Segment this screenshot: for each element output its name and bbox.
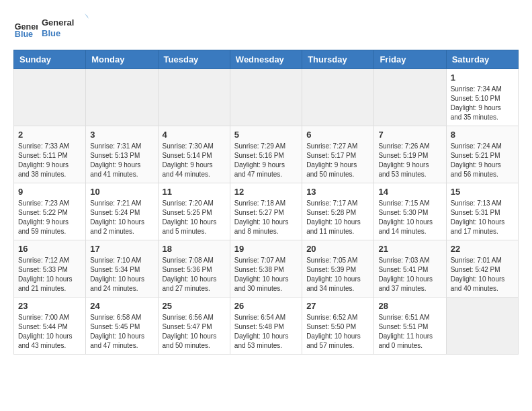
weekday-header-friday: Friday	[374, 50, 446, 69]
calendar-cell: 11Sunrise: 7:20 AMSunset: 5:25 PMDayligh…	[158, 183, 230, 240]
weekday-header-wednesday: Wednesday	[230, 50, 302, 69]
day-number: 12	[234, 187, 298, 197]
calendar-cell	[86, 69, 158, 126]
calendar-cell: 2Sunrise: 7:33 AMSunset: 5:11 PMDaylight…	[14, 126, 86, 183]
day-number: 14	[378, 187, 441, 197]
calendar-cell: 20Sunrise: 7:05 AMSunset: 5:39 PMDayligh…	[302, 240, 374, 298]
day-number: 23	[18, 301, 81, 311]
weekday-header-saturday: Saturday	[446, 50, 518, 69]
day-number: 19	[234, 244, 298, 254]
day-info: Sunrise: 7:10 AMSunset: 5:34 PMDaylight:…	[90, 256, 153, 293]
svg-text:Blue: Blue	[15, 30, 33, 39]
calendar-cell: 24Sunrise: 6:58 AMSunset: 5:45 PMDayligh…	[86, 298, 158, 355]
day-info: Sunrise: 7:12 AMSunset: 5:33 PMDaylight:…	[18, 256, 81, 293]
day-info: Sunrise: 7:07 AMSunset: 5:38 PMDaylight:…	[234, 256, 298, 293]
day-info: Sunrise: 6:56 AMSunset: 5:47 PMDaylight:…	[163, 313, 226, 351]
day-number: 2	[18, 130, 81, 140]
day-info: Sunrise: 7:01 AMSunset: 5:42 PMDaylight:…	[451, 256, 514, 293]
day-info: Sunrise: 7:18 AMSunset: 5:27 PMDaylight:…	[234, 199, 298, 236]
day-number: 18	[163, 244, 226, 254]
day-info: Sunrise: 7:20 AMSunset: 5:25 PMDaylight:…	[163, 199, 226, 236]
day-number: 7	[378, 130, 441, 140]
calendar-cell: 8Sunrise: 7:24 AMSunset: 5:21 PMDaylight…	[446, 126, 518, 183]
day-info: Sunrise: 7:05 AMSunset: 5:39 PMDaylight:…	[306, 256, 369, 293]
calendar-cell: 23Sunrise: 7:00 AMSunset: 5:44 PMDayligh…	[14, 298, 86, 355]
day-number: 26	[234, 301, 298, 311]
calendar-cell: 6Sunrise: 7:27 AMSunset: 5:17 PMDaylight…	[302, 126, 374, 183]
week-row-1: 1Sunrise: 7:34 AMSunset: 5:10 PMDaylight…	[14, 69, 519, 126]
logo-icon: General Blue	[13, 16, 38, 40]
svg-marker-6	[83, 16, 89, 21]
svg-text:Blue: Blue	[42, 28, 60, 38]
calendar-cell	[374, 69, 446, 126]
calendar-cell: 27Sunrise: 6:52 AMSunset: 5:50 PMDayligh…	[302, 298, 374, 355]
logo: General Blue General Blue	[13, 13, 89, 43]
day-number: 22	[451, 244, 514, 254]
calendar-cell: 26Sunrise: 6:54 AMSunset: 5:48 PMDayligh…	[230, 298, 302, 355]
day-info: Sunrise: 7:24 AMSunset: 5:21 PMDaylight:…	[451, 142, 514, 179]
day-number: 13	[306, 187, 369, 197]
day-info: Sunrise: 7:33 AMSunset: 5:11 PMDaylight:…	[18, 142, 81, 179]
calendar-cell	[446, 298, 518, 355]
calendar-cell: 19Sunrise: 7:07 AMSunset: 5:38 PMDayligh…	[230, 240, 302, 298]
calendar-cell: 28Sunrise: 6:51 AMSunset: 5:51 PMDayligh…	[374, 298, 446, 355]
calendar-cell: 16Sunrise: 7:12 AMSunset: 5:33 PMDayligh…	[14, 240, 86, 298]
calendar-cell: 14Sunrise: 7:15 AMSunset: 5:30 PMDayligh…	[374, 183, 446, 240]
day-info: Sunrise: 6:54 AMSunset: 5:48 PMDaylight:…	[234, 313, 298, 351]
calendar-cell: 1Sunrise: 7:34 AMSunset: 5:10 PMDaylight…	[446, 69, 518, 126]
week-row-3: 9Sunrise: 7:23 AMSunset: 5:22 PMDaylight…	[14, 183, 519, 240]
svg-text:General: General	[42, 17, 74, 28]
day-info: Sunrise: 7:03 AMSunset: 5:41 PMDaylight:…	[378, 256, 441, 293]
day-number: 3	[90, 130, 153, 140]
day-info: Sunrise: 7:27 AMSunset: 5:17 PMDaylight:…	[306, 142, 369, 179]
day-number: 25	[163, 301, 226, 311]
calendar-cell: 5Sunrise: 7:29 AMSunset: 5:16 PMDaylight…	[230, 126, 302, 183]
calendar-cell: 18Sunrise: 7:08 AMSunset: 5:36 PMDayligh…	[158, 240, 230, 298]
day-info: Sunrise: 6:52 AMSunset: 5:50 PMDaylight:…	[306, 313, 369, 351]
calendar-cell: 3Sunrise: 7:31 AMSunset: 5:13 PMDaylight…	[86, 126, 158, 183]
week-row-4: 16Sunrise: 7:12 AMSunset: 5:33 PMDayligh…	[14, 240, 519, 298]
day-number: 10	[90, 187, 153, 197]
weekday-header-tuesday: Tuesday	[158, 50, 230, 69]
day-info: Sunrise: 7:23 AMSunset: 5:22 PMDaylight:…	[18, 199, 81, 236]
calendar-cell: 17Sunrise: 7:10 AMSunset: 5:34 PMDayligh…	[86, 240, 158, 298]
day-number: 20	[306, 244, 369, 254]
day-number: 5	[234, 130, 298, 140]
week-row-5: 23Sunrise: 7:00 AMSunset: 5:44 PMDayligh…	[14, 298, 519, 355]
page-header: General Blue General Blue	[13, 13, 519, 43]
calendar-cell: 10Sunrise: 7:21 AMSunset: 5:24 PMDayligh…	[86, 183, 158, 240]
day-info: Sunrise: 6:51 AMSunset: 5:51 PMDaylight:…	[378, 313, 441, 351]
calendar-cell: 15Sunrise: 7:13 AMSunset: 5:31 PMDayligh…	[446, 183, 518, 240]
day-info: Sunrise: 7:15 AMSunset: 5:30 PMDaylight:…	[378, 199, 441, 236]
day-info: Sunrise: 7:31 AMSunset: 5:13 PMDaylight:…	[90, 142, 153, 179]
day-number: 21	[378, 244, 441, 254]
calendar-cell: 7Sunrise: 7:26 AMSunset: 5:19 PMDaylight…	[374, 126, 446, 183]
day-number: 16	[18, 244, 81, 254]
day-info: Sunrise: 7:08 AMSunset: 5:36 PMDaylight:…	[163, 256, 226, 293]
week-row-2: 2Sunrise: 7:33 AMSunset: 5:11 PMDaylight…	[14, 126, 519, 183]
day-number: 24	[90, 301, 153, 311]
calendar-cell: 12Sunrise: 7:18 AMSunset: 5:27 PMDayligh…	[230, 183, 302, 240]
weekday-header-thursday: Thursday	[302, 50, 374, 69]
day-number: 4	[163, 130, 226, 140]
day-info: Sunrise: 7:30 AMSunset: 5:14 PMDaylight:…	[163, 142, 226, 179]
day-info: Sunrise: 7:17 AMSunset: 5:28 PMDaylight:…	[306, 199, 369, 236]
weekday-header-monday: Monday	[86, 50, 158, 69]
calendar-cell	[230, 69, 302, 126]
day-info: Sunrise: 6:58 AMSunset: 5:45 PMDaylight:…	[90, 313, 153, 351]
calendar-cell	[158, 69, 230, 126]
logo-svg: General Blue	[42, 13, 89, 40]
calendar-cell	[302, 69, 374, 126]
day-info: Sunrise: 7:34 AMSunset: 5:10 PMDaylight:…	[451, 85, 514, 122]
day-number: 17	[90, 244, 153, 254]
day-number: 9	[18, 187, 81, 197]
calendar-cell: 13Sunrise: 7:17 AMSunset: 5:28 PMDayligh…	[302, 183, 374, 240]
calendar-cell: 21Sunrise: 7:03 AMSunset: 5:41 PMDayligh…	[374, 240, 446, 298]
calendar-cell: 9Sunrise: 7:23 AMSunset: 5:22 PMDaylight…	[14, 183, 86, 240]
day-number: 11	[163, 187, 226, 197]
day-number: 6	[306, 130, 369, 140]
day-info: Sunrise: 7:13 AMSunset: 5:31 PMDaylight:…	[451, 199, 514, 236]
calendar-table: SundayMondayTuesdayWednesdayThursdayFrid…	[13, 50, 519, 355]
day-number: 15	[451, 187, 514, 197]
svg-marker-7	[85, 13, 89, 19]
